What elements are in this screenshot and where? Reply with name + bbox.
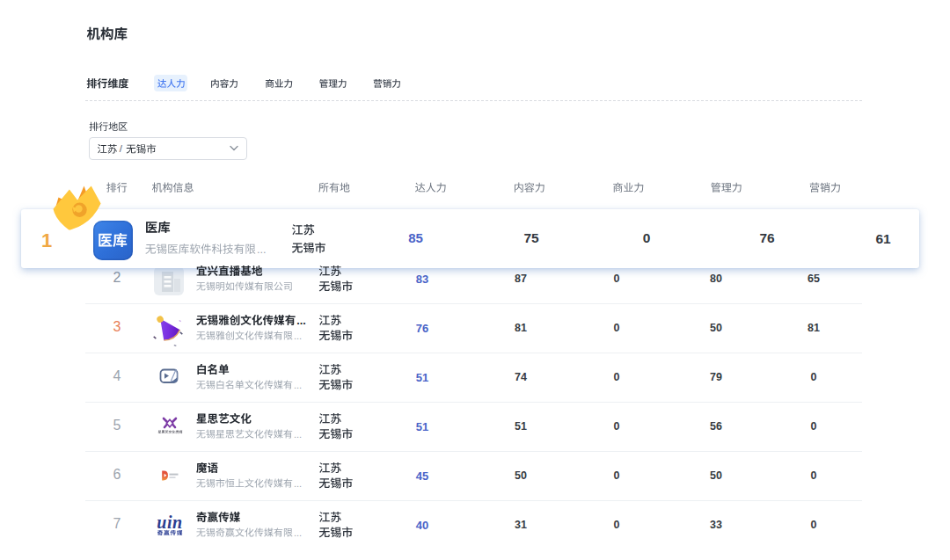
svg-text:...: ...: [294, 527, 302, 538]
svg-text:...: ...: [257, 244, 267, 256]
svg-text:...: ...: [296, 315, 306, 327]
svg-text:...: ...: [294, 478, 302, 489]
svg-text:...: ...: [294, 380, 302, 390]
svg-text:/: /: [120, 143, 123, 154]
svg-text:...: ...: [294, 331, 302, 341]
svg-text:...: ...: [294, 429, 302, 440]
